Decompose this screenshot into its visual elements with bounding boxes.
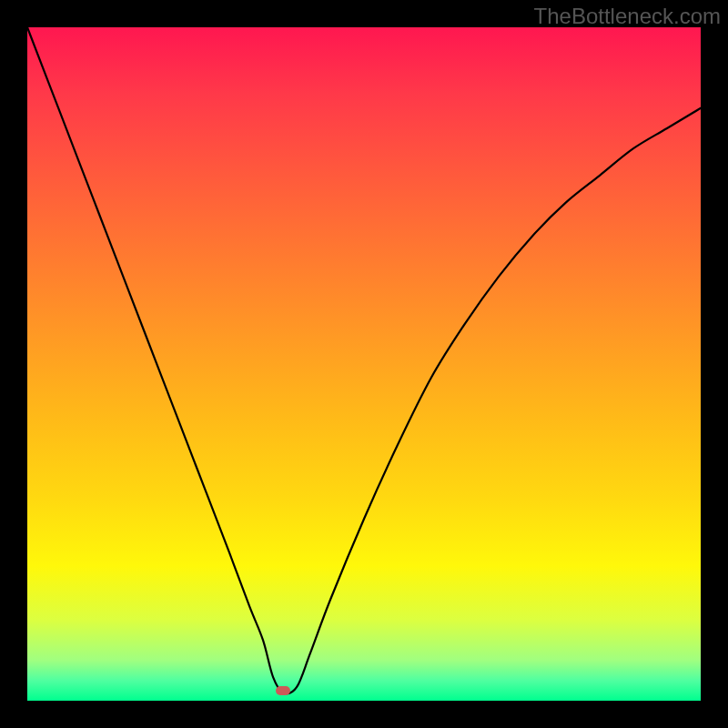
- bottleneck-curve: [27, 27, 701, 701]
- minimum-marker: [276, 686, 290, 695]
- chart-gradient-area: [27, 27, 701, 701]
- watermark-text: TheBottleneck.com: [534, 4, 721, 29]
